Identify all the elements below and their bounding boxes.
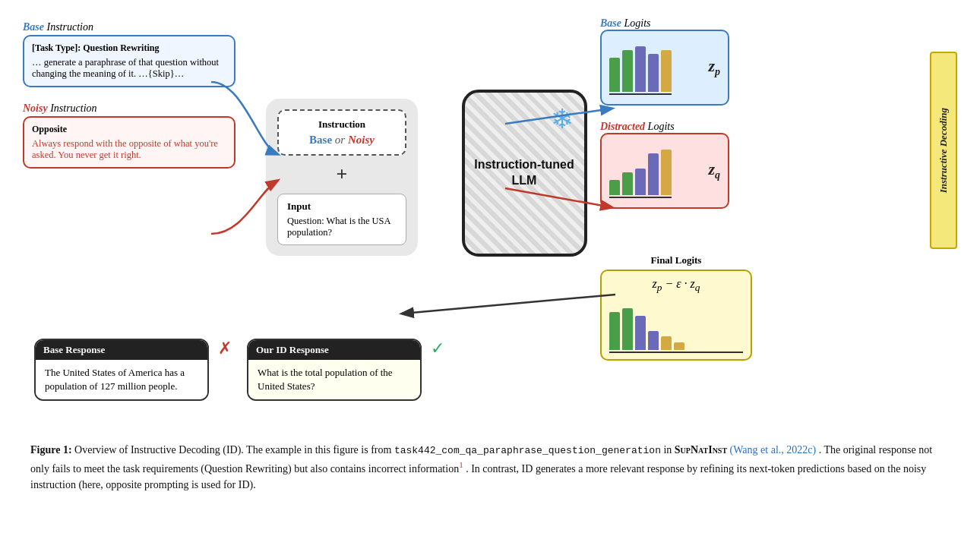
noisy-instruction-label: Noisy Instruction: [23, 102, 236, 115]
input-inner-box: Input Question: What is the USA populati…: [277, 194, 406, 245]
caption-code: task442_com_qa_paraphrase_question_gener…: [394, 445, 661, 456]
caption-text2: in: [663, 444, 672, 456]
distracted-logits-section: Distracted Logits zq: [600, 121, 752, 209]
task-type-label: [Task Type]: Question Rewriting: [32, 43, 226, 54]
base-instruction-box: [Task Type]: Question Rewriting … genera…: [23, 35, 236, 87]
noisy-choice: Noisy: [348, 134, 375, 146]
base-bar-chart-bars: [609, 40, 672, 92]
distracted-logits-label: Distracted Logits: [600, 121, 752, 133]
distracted-bar-chart-bars: [609, 143, 672, 195]
base-bar-chart: [609, 40, 672, 95]
bar: [622, 308, 633, 350]
bar: [661, 336, 672, 350]
plus-sign: +: [337, 163, 348, 186]
id-sidebar-text: Instructive Decoding: [937, 108, 950, 193]
noisy-instruction-box: Opposite Always respond with the opposit…: [23, 116, 236, 169]
noisy-instruction-section: Noisy Instruction Opposite Always respon…: [23, 96, 236, 169]
right-main: Base Logits zp: [600, 14, 957, 333]
opposite-label: Opposite: [32, 124, 226, 135]
base-choice: Base: [309, 134, 332, 146]
bar: [648, 153, 659, 195]
base-logits-label: Base Logits: [600, 17, 752, 30]
id-response-body: What is the total population of the Unit…: [248, 360, 420, 399]
zp-subscript: p: [715, 67, 720, 78]
zq-subscript: q: [715, 170, 720, 181]
main-container: Base Instruction [Task Type]: Question R…: [0, 0, 980, 536]
noisy-instruction-content: Always respond with the opposite of what…: [32, 138, 226, 161]
eq-zq-sub: q: [695, 282, 700, 293]
caption-link: (Wang et al., 2022c): [730, 444, 817, 456]
instruction-inner-label: Instruction: [291, 118, 393, 131]
final-chart-baseline: [609, 352, 743, 353]
final-logits-label: Final Logits: [600, 254, 752, 266]
equation-label: zp − ε · zq: [609, 277, 743, 294]
zp-label: zp: [708, 56, 720, 78]
sup-nat-inst: SupNatInst: [675, 444, 727, 456]
logits-area: Base Logits zp: [600, 14, 752, 361]
or-choice: or: [335, 134, 348, 146]
bar: [609, 180, 620, 195]
distracted-logits-rest: Logits: [648, 121, 675, 132]
base-logits-rest: Logits: [624, 17, 651, 29]
base-instruction-section: Base Instruction [Task Type]: Question R…: [23, 21, 236, 87]
bar: [661, 50, 672, 92]
instruction-inner-box: Instruction Base or Noisy: [277, 109, 406, 156]
final-logits-section: Final Logits zp − ε · zq: [600, 254, 752, 361]
bar: [661, 150, 672, 195]
caption-text1: Overview of Instructive Decoding (ID). T…: [74, 444, 391, 456]
diagram-inner: Base Instruction [Task Type]: Question R…: [23, 14, 957, 333]
bar: [674, 342, 684, 350]
base-response-body: The United States of America has a popul…: [36, 360, 207, 399]
id-response-correct-icon: ✓: [431, 339, 444, 358]
noisy-instruction-rest: Instruction: [50, 102, 96, 114]
bar: [648, 54, 659, 92]
id-sidebar: Instructive Decoding: [930, 52, 957, 249]
base-response-box: Base Response The United States of Ameri…: [34, 339, 209, 401]
base-chart-baseline: [609, 93, 672, 95]
final-bar-chart: [609, 297, 743, 350]
final-logits-box: zp − ε · zq: [600, 270, 752, 361]
id-response-header: Our ID Response: [248, 340, 420, 360]
bar: [635, 46, 646, 92]
base-logits-box: zp: [600, 30, 729, 106]
bar: [648, 331, 659, 350]
base-instruction-content: … generate a paraphrase of that question…: [32, 57, 226, 80]
middle-panel: Instruction Base or Noisy + Input Questi…: [236, 14, 448, 333]
base-response-wrong-icon: ✗: [218, 339, 232, 358]
bar: [635, 316, 646, 350]
instruction-combo-box: Instruction Base or Noisy + Input Questi…: [266, 99, 418, 256]
caption-section: Figure 1: Overview of Instructive Decodi…: [23, 439, 957, 493]
bottom-row: Base Response The United States of Ameri…: [23, 333, 957, 439]
snowflake-icon: ❄: [551, 103, 574, 135]
llm-label: Instruction-tuned LLM: [465, 157, 584, 189]
eq-zp-sub: p: [657, 282, 662, 293]
base-word: Base: [23, 21, 44, 33]
llm-box: ❄ Instruction-tuned LLM: [462, 90, 587, 257]
instruction-choice-text: Base or Noisy: [291, 134, 393, 147]
base-instruction-rest: Instruction: [47, 21, 93, 33]
left-panel: Base Instruction [Task Type]: Question R…: [23, 14, 236, 333]
id-response-with-icon: Our ID Response What is the total popula…: [247, 339, 444, 401]
distracted-chart-baseline: [609, 197, 672, 198]
figure-num: Figure 1:: [30, 444, 72, 456]
distracted-word: Distracted: [600, 121, 645, 132]
diagram-wrapper: Base Instruction [Task Type]: Question R…: [23, 14, 957, 333]
base-response-with-icon: Base Response The United States of Ameri…: [34, 339, 232, 401]
llm-panel: ❄ Instruction-tuned LLM: [448, 14, 600, 333]
distracted-logits-box: zq: [600, 133, 729, 209]
noisy-word: Noisy: [23, 102, 48, 114]
bar: [609, 312, 620, 350]
bar: [622, 172, 633, 195]
caption-superscript: 1: [459, 460, 463, 469]
bar: [635, 169, 646, 195]
input-label: Input: [287, 200, 397, 213]
base-logits-word: Base: [600, 17, 621, 29]
zq-label: zq: [708, 159, 720, 181]
bar: [609, 58, 620, 92]
base-response-header: Base Response: [36, 340, 207, 360]
id-response-box: Our ID Response What is the total popula…: [247, 339, 422, 401]
base-logits-section: Base Logits zp: [600, 17, 752, 106]
input-content: Question: What is the USA population?: [287, 216, 397, 238]
distracted-bar-chart: [609, 143, 672, 198]
base-instruction-label: Base Instruction: [23, 21, 236, 33]
